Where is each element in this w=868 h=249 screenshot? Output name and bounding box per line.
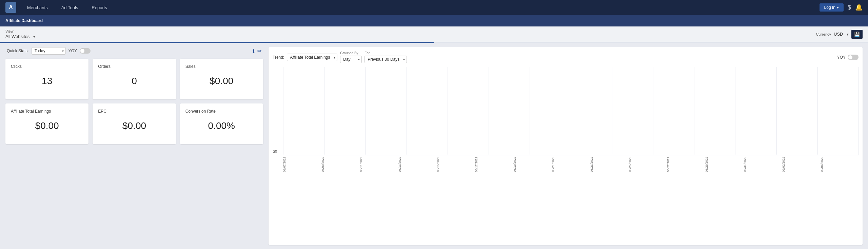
nav-reports[interactable]: Reports xyxy=(89,4,110,12)
grouped-by-select[interactable]: Day Week Month xyxy=(340,56,362,63)
stat-title-orders: Orders xyxy=(98,64,170,69)
chart-grid-line xyxy=(530,67,530,155)
period-select[interactable]: Today Yesterday This Week Last 7 Days Th… xyxy=(32,47,66,55)
quick-stats-panel: Quick Stats: Today Yesterday This Week L… xyxy=(5,47,263,245)
trend-yoy-label: YOY xyxy=(837,55,846,60)
chart-area: $0 xyxy=(283,67,859,155)
stat-card-sales: Sales $0.00 xyxy=(180,59,263,99)
sub-navigation: Affiliate Dashboard xyxy=(0,15,868,26)
chart-x-label: 08/29/2022 xyxy=(705,157,743,172)
trend-yoy-toggle[interactable] xyxy=(848,55,859,60)
header-icons: ℹ ✏ xyxy=(253,48,262,54)
chart-x-label: 08/07/2022 xyxy=(283,157,321,172)
chart-grid-line xyxy=(283,67,283,155)
chart-x-labels: 08/07/202208/09/202208/11/202208/13/2022… xyxy=(283,157,859,172)
yoy-label: YOY xyxy=(68,49,77,53)
save-button[interactable]: 💾 xyxy=(851,30,863,39)
currency-label: Currency xyxy=(816,32,831,36)
chart-grid-line xyxy=(407,67,407,155)
info-icon-button[interactable]: ℹ xyxy=(253,48,255,54)
chart-x-label: 08/23/2022 xyxy=(590,157,628,172)
chart-grid-line xyxy=(448,67,448,155)
stat-title-conversion: Conversion Rate xyxy=(185,109,258,114)
controls-bar: View All Websites Currency USD 💾 xyxy=(0,26,868,42)
nav-right: Log In ▾ $ 🔔 xyxy=(820,3,863,12)
grouped-by-label: Grouped By xyxy=(340,51,362,55)
chart-x-label: 08/19/2022 xyxy=(513,157,551,172)
chart-baseline xyxy=(283,155,859,155)
stat-title-earnings: Affiliate Total Earnings xyxy=(11,109,83,114)
chart-x-label: 08/17/2022 xyxy=(475,157,513,172)
yoy-toggle[interactable] xyxy=(80,48,91,54)
chart-x-label: 08/31/2022 xyxy=(743,157,782,172)
chart-grid-line xyxy=(694,67,694,155)
chart-grid-line xyxy=(817,67,818,155)
edit-icon-button[interactable]: ✏ xyxy=(257,48,262,54)
nav-merchants[interactable]: Merchants xyxy=(24,4,51,12)
view-section: View All Websites xyxy=(5,29,35,39)
grouped-by-section: Grouped By Day Week Month xyxy=(340,51,362,63)
chart-grid-line xyxy=(612,67,612,155)
stat-title-clicks: Clicks xyxy=(11,64,83,69)
currency-select[interactable]: USD xyxy=(834,32,849,37)
for-select[interactable]: Previous 30 Days This Month Last 7 Days xyxy=(364,56,407,63)
chart-container: $0 08/07/202208/09/202208/11/202208/13/2… xyxy=(273,67,859,172)
logo: A xyxy=(5,2,16,13)
for-select-wrapper: Previous 30 Days This Month Last 7 Days xyxy=(364,56,407,63)
view-select[interactable]: All Websites xyxy=(5,34,35,39)
chart-x-label: 08/11/2022 xyxy=(359,157,398,172)
stat-value-clicks: 13 xyxy=(11,76,83,87)
currency-select-wrapper: USD xyxy=(834,32,849,37)
trend-label: Trend: xyxy=(273,55,284,60)
chart-x-label: 08/25/2022 xyxy=(628,157,667,172)
grouped-by-select-wrapper: Day Week Month xyxy=(340,56,362,63)
stat-card-conversion: Conversion Rate 0.00% xyxy=(180,103,263,144)
trend-metric-wrapper: Affiliate Total Earnings Clicks Orders S… xyxy=(287,54,337,61)
login-button[interactable]: Log In ▾ xyxy=(820,3,844,12)
quick-stats-label: Quick Stats: xyxy=(7,49,29,53)
stat-value-earnings: $0.00 xyxy=(11,120,83,131)
main-content: Quick Stats: Today Yesterday This Week L… xyxy=(0,43,868,249)
chart-x-label: 08/13/2022 xyxy=(398,157,436,172)
stat-title-sales: Sales xyxy=(185,64,258,69)
chart-grid-line xyxy=(859,67,859,155)
chart-x-label: 08/27/2022 xyxy=(667,157,705,172)
top-navigation: A Merchants Ad Tools Reports Log In ▾ $ … xyxy=(0,0,868,15)
stat-title-epc: EPC xyxy=(98,109,170,114)
chart-grid-lines xyxy=(283,67,859,155)
chart-grid-line xyxy=(489,67,489,155)
stat-card-earnings: Affiliate Total Earnings $0.00 xyxy=(5,103,88,144)
chart-x-label: 08/21/2022 xyxy=(551,157,590,172)
stat-value-orders: 0 xyxy=(98,76,170,87)
chart-grid-line xyxy=(776,67,777,155)
chart-grid-line xyxy=(653,67,653,155)
for-section: For Previous 30 Days This Month Last 7 D… xyxy=(364,51,407,63)
trend-metric-select[interactable]: Affiliate Total Earnings Clicks Orders S… xyxy=(287,54,337,61)
bell-icon[interactable]: 🔔 xyxy=(855,4,863,11)
view-label: View xyxy=(5,29,35,33)
stat-value-conversion: 0.00% xyxy=(185,120,258,131)
chart-grid-line xyxy=(324,67,324,155)
chart-x-label: 09/02/2022 xyxy=(782,157,820,172)
dollar-icon[interactable]: $ xyxy=(848,4,851,11)
currency-section: Currency USD 💾 xyxy=(816,30,863,39)
stat-card-epc: EPC $0.00 xyxy=(93,103,176,144)
stat-card-clicks: Clicks 13 xyxy=(5,59,88,99)
chart-x-label: 08/15/2022 xyxy=(436,157,475,172)
chart-x-label: 09/04/2022 xyxy=(820,157,859,172)
page-title: Affiliate Dashboard xyxy=(5,18,43,23)
chart-grid-line xyxy=(735,67,735,155)
stat-value-epc: $0.00 xyxy=(98,120,170,131)
chart-grid-line xyxy=(571,67,571,155)
stats-grid: Clicks 13 Orders 0 Sales $0.00 Affiliate… xyxy=(5,59,263,144)
for-label: For xyxy=(364,51,407,55)
trend-header: Trend: Affiliate Total Earnings Clicks O… xyxy=(273,51,859,63)
chart-x-label: 08/09/2022 xyxy=(321,157,359,172)
quick-stats-header: Quick Stats: Today Yesterday This Week L… xyxy=(5,47,263,55)
trend-panel: Trend: Affiliate Total Earnings Clicks O… xyxy=(269,47,863,245)
stat-value-sales: $0.00 xyxy=(185,76,258,87)
nav-ad-tools[interactable]: Ad Tools xyxy=(59,4,81,12)
stat-card-orders: Orders 0 xyxy=(93,59,176,99)
trend-yoy: YOY xyxy=(837,55,859,60)
chart-y-label: $0 xyxy=(273,149,277,153)
